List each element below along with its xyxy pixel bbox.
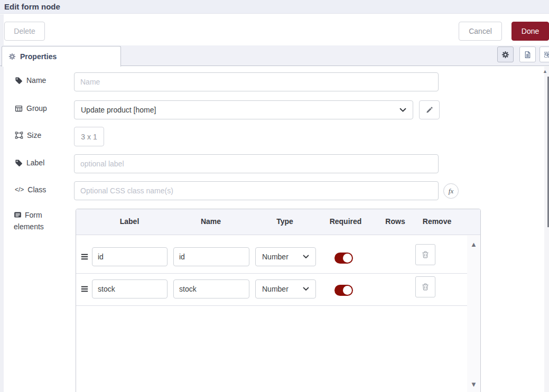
gear-icon bbox=[8, 53, 16, 60]
row-divider bbox=[76, 305, 468, 306]
label-field-label: Label bbox=[15, 158, 44, 167]
group-field-label: Group bbox=[15, 104, 47, 113]
tag-icon bbox=[15, 159, 23, 167]
group-select-value: Update product [home] bbox=[81, 106, 156, 114]
form-elements-field-label: Form elements bbox=[14, 209, 60, 232]
drag-handle-icon[interactable] bbox=[80, 252, 89, 262]
pencil-icon bbox=[426, 106, 433, 114]
trash-icon bbox=[421, 250, 430, 259]
drag-handle-icon[interactable] bbox=[80, 284, 89, 294]
dialog-title: Edit form node bbox=[4, 2, 60, 11]
toggle-knob bbox=[343, 286, 352, 295]
element-name-input[interactable] bbox=[173, 279, 249, 298]
class-field-label: </> Class bbox=[15, 185, 46, 194]
class-expression-button[interactable]: fx bbox=[443, 183, 459, 199]
gear-icon bbox=[501, 51, 509, 59]
chevron-down-icon bbox=[303, 255, 309, 259]
element-type-select[interactable]: Number bbox=[255, 279, 316, 298]
form-elements-table: Label Name Type Required Rows Remove Num… bbox=[76, 209, 481, 392]
element-type-value: Number bbox=[262, 253, 289, 261]
group-select[interactable]: Update product [home] bbox=[74, 100, 413, 119]
tab-button-appearance[interactable] bbox=[539, 46, 549, 62]
class-input[interactable] bbox=[74, 181, 439, 200]
tab-button-properties[interactable] bbox=[497, 46, 514, 62]
delete-button[interactable]: Delete bbox=[4, 22, 45, 41]
required-toggle[interactable] bbox=[334, 253, 353, 264]
remove-element-button[interactable] bbox=[415, 276, 435, 297]
column-header-name: Name bbox=[201, 217, 221, 226]
form-elements-table-header: Label Name Type Required Rows Remove bbox=[76, 209, 480, 235]
column-header-required: Required bbox=[330, 217, 362, 226]
column-header-remove: Remove bbox=[423, 217, 451, 226]
toggle-knob bbox=[343, 254, 352, 263]
fx-icon: fx bbox=[449, 187, 453, 195]
edit-form-node-dialog: Edit form node Delete Cancel Done Proper… bbox=[0, 0, 549, 392]
document-icon bbox=[524, 51, 532, 59]
code-icon: </> bbox=[15, 186, 24, 193]
tray-edge bbox=[0, 14, 4, 392]
size-field-label: Size bbox=[15, 131, 41, 139]
required-toggle[interactable] bbox=[334, 285, 353, 296]
column-header-rows: Rows bbox=[385, 217, 405, 226]
remove-element-button[interactable] bbox=[415, 244, 435, 265]
object-group-icon bbox=[544, 51, 549, 59]
element-name-input[interactable] bbox=[173, 247, 249, 266]
list-alt-icon bbox=[14, 211, 22, 219]
tag-icon bbox=[15, 77, 23, 85]
label-input[interactable] bbox=[74, 154, 439, 173]
scroll-up-icon[interactable]: ▲ bbox=[470, 241, 477, 248]
cancel-button[interactable]: Cancel bbox=[459, 22, 502, 41]
size-button[interactable]: 3 x 1 bbox=[74, 127, 104, 146]
column-header-label: Label bbox=[120, 217, 139, 226]
name-field-label: Name bbox=[15, 76, 46, 85]
table-scrollbar[interactable]: ▲ ▼ bbox=[467, 236, 480, 392]
name-input[interactable] bbox=[74, 72, 439, 91]
table-icon bbox=[15, 105, 23, 113]
element-label-input[interactable] bbox=[92, 279, 168, 298]
tab-properties[interactable]: Properties bbox=[2, 46, 121, 67]
done-button[interactable]: Done bbox=[511, 22, 549, 41]
chevron-down-icon bbox=[303, 287, 309, 291]
element-label-input[interactable] bbox=[92, 247, 168, 266]
column-header-type: Type bbox=[276, 217, 293, 226]
dialog-titlebar: Edit form node bbox=[0, 0, 549, 14]
row-divider bbox=[76, 273, 468, 274]
tab-button-description[interactable] bbox=[519, 46, 536, 62]
tab-properties-label: Properties bbox=[20, 52, 57, 61]
chevron-down-icon bbox=[399, 108, 406, 113]
object-group-icon bbox=[15, 131, 23, 139]
element-type-value: Number bbox=[262, 285, 289, 293]
edit-group-button[interactable] bbox=[419, 100, 440, 119]
trash-icon bbox=[421, 283, 430, 291]
element-type-select[interactable]: Number bbox=[255, 247, 316, 266]
page-scroll-up-icon[interactable]: ▲ bbox=[543, 69, 547, 74]
scroll-down-icon[interactable]: ▼ bbox=[470, 381, 477, 388]
